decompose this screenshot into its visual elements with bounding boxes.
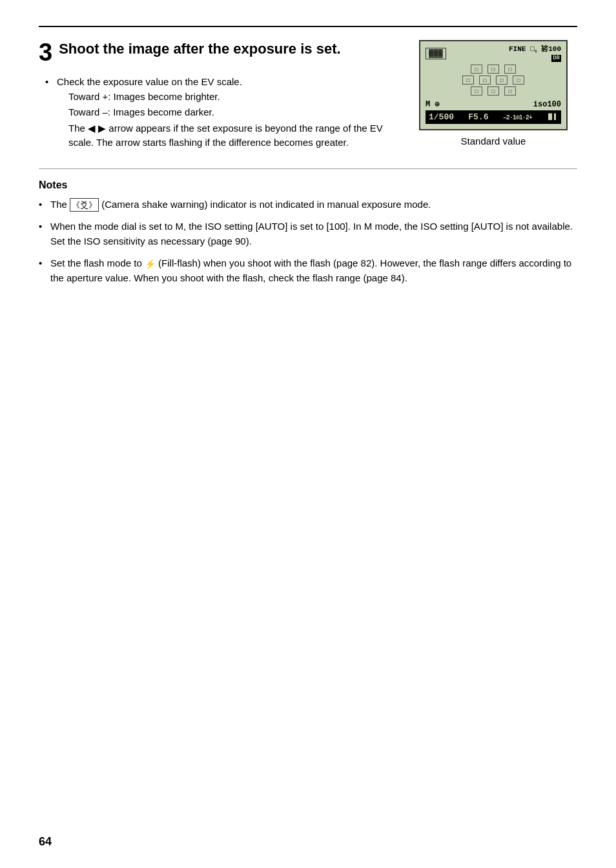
step-bullet-list: Check the exposure value on the EV scale…: [45, 75, 396, 150]
arrow-icon: ◀ ▶: [88, 123, 106, 134]
camera-cell: □: [479, 76, 491, 85]
camera-iso-label: iso100: [533, 100, 561, 109]
camera-grid-row-1: □ □ □: [426, 65, 561, 74]
camera-middle-row: M ⊕ iso100: [426, 98, 561, 110]
sub-line-3: The ◀ ▶ arrow appears if the set exposur…: [68, 121, 396, 150]
left-column: 3 Shoot the image after the exposure is …: [39, 40, 396, 156]
camera-cell: □: [471, 65, 482, 74]
camera-aperture-value: F5.6: [468, 112, 488, 122]
standard-value-label: Standard value: [461, 136, 526, 146]
camera-cell: □: [462, 76, 474, 85]
top-rule: [39, 26, 577, 27]
flash-icon: ⚡: [145, 257, 156, 271]
camera-m-label: M ⊕: [426, 99, 440, 109]
page-container: 3 Shoot the image after the exposure is …: [0, 0, 616, 868]
sub-text-block: Toward +: Images become brighter. Toward…: [68, 90, 396, 150]
step-number: 3: [39, 40, 52, 65]
camera-shake-icon: 《爻》: [70, 198, 99, 212]
camera-grid-row-3: □ □ □: [426, 86, 561, 96]
sub-line-2: Toward –: Images become darker.: [68, 105, 396, 120]
main-content: 3 Shoot the image after the exposure is …: [39, 40, 577, 156]
camera-grid-area: □ □ □ □ □ □ □ □ □ □: [426, 65, 561, 96]
camera-top-row: ▓▓▓ FINE □꜀ 硰100 DR: [426, 45, 561, 62]
camera-cell: □: [496, 76, 508, 85]
camera-display: ▓▓▓ FINE □꜀ 硰100 DR □ □ □ □ □: [419, 40, 568, 130]
dr-badge: DR: [551, 55, 561, 62]
page-number: 64: [39, 835, 52, 849]
section-rule: [39, 168, 577, 169]
notes-section: Notes The 《爻》 (Camera shake warning) ind…: [39, 179, 577, 286]
camera-quality-label: FINE □꜀ 硰100 DR: [509, 45, 561, 62]
notes-list: The 《爻》 (Camera shake warning) indicator…: [39, 197, 577, 286]
sub-line-1: Toward +: Images become brighter.: [68, 90, 396, 105]
step-header: 3 Shoot the image after the exposure is …: [39, 40, 396, 65]
right-column: ▓▓▓ FINE □꜀ 硰100 DR □ □ □ □ □: [409, 40, 577, 156]
camera-cell: □: [488, 65, 499, 74]
camera-signal-bars: ▐▌▌: [546, 114, 558, 121]
note-item-2: When the mode dial is set to M, the ISO …: [39, 219, 577, 248]
camera-cell: □: [513, 76, 524, 85]
bullet-item-1: Check the exposure value on the EV scale…: [45, 75, 396, 150]
camera-shutter-value: 1/500: [429, 112, 454, 122]
step-title: Shoot the image after the exposure is se…: [59, 40, 340, 59]
note-item-1: The 《爻》 (Camera shake warning) indicator…: [39, 197, 577, 212]
note-item-3: Set the flash mode to ⚡ (Fill-flash) whe…: [39, 256, 577, 285]
camera-ev-scale: –2·1⊙1·2+: [503, 114, 532, 121]
camera-cell: □: [471, 86, 482, 96]
camera-cell: □: [504, 86, 516, 96]
bullet-main-text: Check the exposure value on the EV scale…: [57, 76, 242, 87]
camera-bottom-bar: 1/500 F5.6 –2·1⊙1·2+ ▐▌▌: [426, 110, 561, 124]
camera-cell: □: [488, 86, 499, 96]
camera-battery-icon: ▓▓▓: [426, 48, 446, 59]
notes-title: Notes: [39, 179, 577, 191]
camera-cell: □: [504, 65, 516, 74]
camera-grid-row-2: □ □ □ □: [426, 76, 561, 85]
